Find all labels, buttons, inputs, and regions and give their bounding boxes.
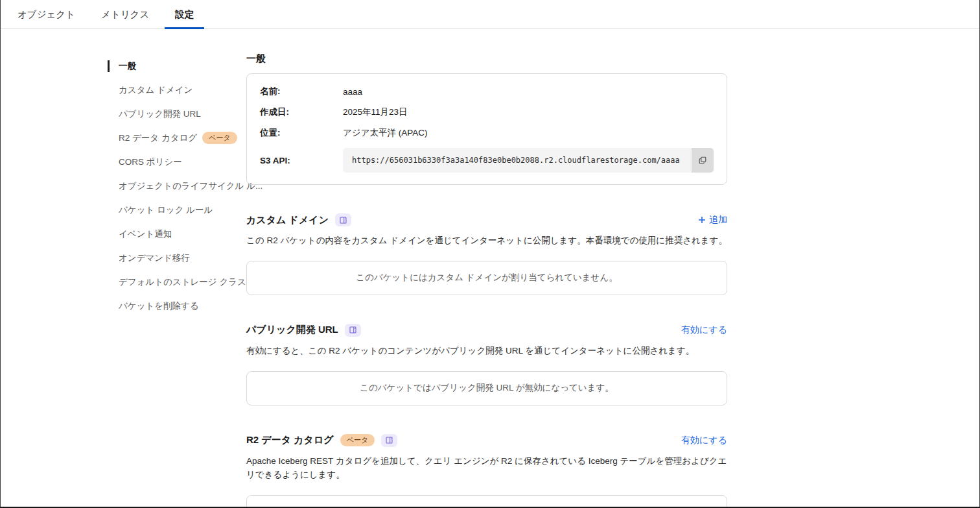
sidebar-item-label: デフォルトのストレージ クラス [108,276,246,288]
sidebar-item-lifecycle-rules[interactable]: オブジェクトのライフサイクル ル... [108,174,246,198]
tab-metrics[interactable]: メトリクス [91,0,159,29]
empty-state-text: このバケットにはカスタム ドメインが割り当てられていません。 [356,272,617,284]
sidebar-item-label: オンデマンド移行 [108,252,190,264]
settings-sidebar: 一般 カスタム ドメイン パブリック開発 URL R2 データ カタログベータ … [108,54,246,508]
sidebar-item-delete-bucket[interactable]: バケットを削除する [108,294,246,318]
s3-api-label: S3 API: [260,156,343,165]
tab-settings[interactable]: 設定 [165,0,204,29]
data-catalog-title: R2 データ カタログ [246,434,334,446]
sidebar-item-label: バケットを削除する [108,300,199,312]
sidebar-item-cors-policy[interactable]: CORS ポリシー [108,150,246,174]
sidebar-item-label: R2 データ カタログ [108,132,197,144]
name-value: aaaa [343,87,362,97]
sidebar-item-label: 一般 [108,60,136,72]
sidebar-item-default-storage-class[interactable]: デフォルトのストレージ クラス [108,270,246,294]
settings-main: 一般 名前: aaaa 作成日: 2025年11月23日 位置: アジア太平洋 … [246,53,727,508]
section-data-catalog: R2 データ カタログ ベータ 有効にする Apache Iceberg RES… [246,434,727,508]
name-label: 名前: [260,86,343,97]
sidebar-item-label: オブジェクトのライフサイクル ル... [108,180,262,192]
add-label: 追加 [709,214,727,226]
empty-state-text: このバケットではパブリック開発 URL が無効になっています。 [360,382,614,394]
custom-domain-empty-state: このバケットにはカスタム ドメインが割り当てられていません。 [246,261,727,295]
add-custom-domain-button[interactable]: 追加 [698,214,727,226]
docs-link-icon[interactable] [335,213,351,226]
section-public-dev-url: パブリック開発 URL 有効にする 有効にすると、この R2 バケットのコンテン… [246,324,727,405]
public-dev-url-description: 有効にすると、この R2 バケットのコンテンツがパブリック開発 URL を通じて… [246,345,727,358]
public-dev-url-empty-state: このバケットではパブリック開発 URL が無効になっています。 [246,371,727,405]
public-dev-url-header: パブリック開発 URL 有効にする [246,324,727,337]
general-info-card: 名前: aaaa 作成日: 2025年11月23日 位置: アジア太平洋 (AP… [246,73,727,185]
sidebar-item-label: バケット ロック ルール [108,204,213,216]
info-row-location: 位置: アジア太平洋 (APAC) [260,123,714,143]
plus-icon [698,216,706,224]
tab-objects[interactable]: オブジェクト [7,0,86,29]
info-row-created: 作成日: 2025年11月23日 [260,102,714,123]
custom-domain-title: カスタム ドメイン [246,214,329,226]
copy-url-button[interactable] [692,148,714,173]
data-catalog-empty-state: このバケットでは R2 データ カタログが無効になっています。 [246,495,727,508]
sidebar-item-custom-domain[interactable]: カスタム ドメイン [108,78,246,102]
sidebar-item-label: カスタム ドメイン [108,84,192,96]
created-value: 2025年11月23日 [343,106,408,118]
sidebar-item-label: CORS ポリシー [108,156,182,168]
section-custom-domain: カスタム ドメイン 追加 この R [246,213,727,295]
location-value: アジア太平洋 (APAC) [343,127,427,139]
sidebar-item-on-demand-migration[interactable]: オンデマンド移行 [108,246,246,270]
location-label: 位置: [260,127,343,139]
docs-link-icon[interactable] [345,324,361,337]
s3-api-url-group: https://656031b6330f3a3a140f83e0be0b2088… [343,148,714,173]
sidebar-item-bucket-lock-rules[interactable]: バケット ロック ルール [108,198,246,222]
info-row-name: 名前: aaaa [260,81,714,102]
general-title: 一般 [246,53,727,65]
custom-domain-header: カスタム ドメイン 追加 [246,213,727,226]
settings-layout: 一般 カスタム ドメイン パブリック開発 URL R2 データ カタログベータ … [1,29,979,508]
sidebar-item-event-notifications[interactable]: イベント通知 [108,222,246,246]
sidebar-item-data-catalog[interactable]: R2 データ カタログベータ [108,126,246,150]
data-catalog-description: Apache Iceberg REST カタログを追加して、クエリ エンジンが … [246,455,727,482]
data-catalog-header: R2 データ カタログ ベータ 有効にする [246,434,727,447]
sidebar-item-public-dev-url[interactable]: パブリック開発 URL [108,102,246,126]
docs-link-icon[interactable] [381,434,397,447]
section-general: 一般 名前: aaaa 作成日: 2025年11月23日 位置: アジア太平洋 … [246,53,727,185]
enable-public-dev-url-button[interactable]: 有効にする [681,324,727,336]
bucket-tab-bar: オブジェクト メトリクス 設定 [1,0,979,29]
beta-badge: ベータ [202,132,237,144]
info-row-s3-api: S3 API: https://656031b6330f3a3a140f83e0… [260,143,714,177]
public-dev-url-title: パブリック開発 URL [246,324,338,336]
created-label: 作成日: [260,106,343,118]
sidebar-item-label: イベント通知 [108,228,172,240]
s3-api-url-field: https://656031b6330f3a3a140f83e0be0b2088… [343,148,692,173]
copy-icon [698,156,707,165]
beta-badge: ベータ [340,434,375,446]
sidebar-item-general[interactable]: 一般 [108,54,246,78]
custom-domain-description: この R2 バケットの内容をカスタム ドメインを通じてインターネットに公開します… [246,234,727,248]
sidebar-item-label: パブリック開発 URL [108,108,201,120]
enable-data-catalog-button[interactable]: 有効にする [681,435,727,446]
